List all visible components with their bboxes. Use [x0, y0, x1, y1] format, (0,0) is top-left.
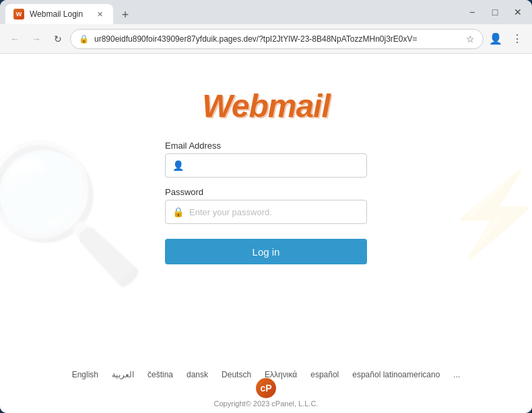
email-form-group: Email Address 👤: [165, 141, 367, 178]
browser-window: W Webmail Login ✕ + − □ ✕ ← → ↻ 🔒 ur890e…: [0, 0, 532, 413]
address-bar: ← → ↻ 🔒 ur890eidfu890foir43909er87yfduik…: [0, 24, 532, 54]
tab-close-button[interactable]: ✕: [94, 9, 105, 20]
password-lock-icon: 🔒: [172, 206, 184, 217]
password-input-wrapper: 🔒: [165, 200, 367, 224]
toolbar-icons: 👤 ⋮: [486, 30, 527, 48]
footer: cP Copyright© 2023 cPanel, L.L.C.: [0, 378, 532, 408]
url-text: ur890eidfu890foir43909er87yfduik.pages.d…: [94, 34, 418, 44]
email-input[interactable]: [189, 161, 360, 171]
webmail-logo: Webmail: [202, 87, 330, 124]
magnifier-watermark: 🔍: [0, 135, 148, 293]
minimize-button[interactable]: −: [463, 3, 481, 21]
password-label: Password: [165, 187, 367, 197]
profile-icon[interactable]: 👤: [486, 30, 505, 48]
page-content: 🔍 ⚡ Webmail Email Address 👤 Password: [0, 54, 532, 413]
lock-icon: 🔒: [79, 34, 89, 44]
password-input[interactable]: [189, 207, 360, 217]
email-input-wrapper: 👤: [165, 153, 367, 178]
tab-title: Webmail Login: [30, 9, 89, 19]
menu-icon[interactable]: ⋮: [508, 30, 527, 48]
active-tab[interactable]: W Webmail Login ✕: [5, 4, 113, 24]
password-form-group: Password 🔒: [165, 187, 367, 224]
cpanel-icon: cP: [256, 378, 276, 398]
bookmark-icon[interactable]: ☆: [466, 34, 475, 44]
tab-bar: W Webmail Login ✕ +: [5, 0, 463, 24]
url-bar[interactable]: 🔒 ur890eidfu890foir43909er87yfduik.pages…: [70, 29, 484, 49]
email-person-icon: 👤: [172, 160, 184, 171]
close-button[interactable]: ✕: [509, 3, 527, 21]
arrows-watermark: ⚡: [444, 173, 532, 254]
window-action-buttons: − □ ✕: [463, 3, 527, 21]
login-container: Webmail Email Address 👤 Password 🔒 Log i…: [165, 87, 367, 264]
copyright-text: Copyright© 2023 cPanel, L.L.C.: [214, 400, 319, 408]
login-button[interactable]: Log in: [165, 239, 367, 264]
email-label: Email Address: [165, 141, 367, 151]
back-button[interactable]: ←: [5, 30, 24, 48]
new-tab-button[interactable]: +: [116, 5, 135, 24]
cpanel-logo: cP: [256, 378, 276, 398]
forward-button[interactable]: →: [27, 30, 46, 48]
refresh-button[interactable]: ↻: [48, 30, 67, 48]
tab-favicon: W: [13, 9, 24, 20]
title-bar: W Webmail Login ✕ + − □ ✕: [0, 0, 532, 24]
maximize-button[interactable]: □: [486, 3, 504, 21]
